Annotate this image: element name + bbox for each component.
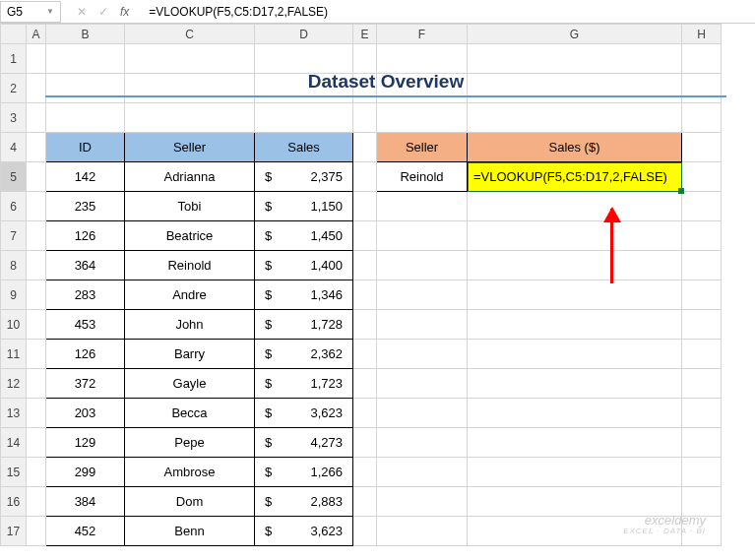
sales-cell[interactable]: $1,346 xyxy=(255,280,353,310)
cell[interactable] xyxy=(377,517,468,546)
row-header[interactable]: 12 xyxy=(1,369,27,399)
id-cell[interactable]: 126 xyxy=(46,221,125,251)
row-header[interactable]: 15 xyxy=(1,458,27,487)
row-header[interactable]: 9 xyxy=(1,280,27,310)
cell[interactable] xyxy=(377,458,468,487)
cell[interactable] xyxy=(377,221,468,251)
row-header[interactable]: 3 xyxy=(1,103,27,133)
cell[interactable] xyxy=(468,428,682,458)
row-header[interactable]: 2 xyxy=(1,74,27,103)
cell[interactable] xyxy=(27,162,46,192)
cell[interactable] xyxy=(682,221,722,251)
seller-cell[interactable]: Pepe xyxy=(125,428,255,458)
cell[interactable] xyxy=(468,369,682,399)
row-header[interactable]: 4 xyxy=(1,133,27,162)
cell[interactable] xyxy=(353,428,377,458)
cell[interactable] xyxy=(468,340,682,369)
seller-cell[interactable]: Beatrice xyxy=(125,221,255,251)
cell[interactable] xyxy=(27,487,46,517)
cell[interactable] xyxy=(353,162,377,192)
cell[interactable] xyxy=(353,221,377,251)
cancel-icon[interactable]: ✕ xyxy=(77,5,87,19)
cell[interactable] xyxy=(27,310,46,340)
col-header-F[interactable]: F xyxy=(377,25,468,44)
id-cell[interactable]: 299 xyxy=(46,458,125,487)
cell[interactable] xyxy=(682,133,722,162)
col-header-E[interactable]: E xyxy=(353,25,377,44)
cell[interactable] xyxy=(353,458,377,487)
seller-cell[interactable]: Barry xyxy=(125,340,255,369)
seller-cell[interactable]: Becca xyxy=(125,399,255,428)
cell[interactable] xyxy=(353,517,377,546)
cell[interactable] xyxy=(468,517,682,546)
cell[interactable] xyxy=(468,44,682,74)
row-header[interactable]: 6 xyxy=(1,192,27,221)
cell[interactable] xyxy=(353,340,377,369)
row-header[interactable]: 13 xyxy=(1,399,27,428)
cell[interactable] xyxy=(377,399,468,428)
id-cell[interactable]: 142 xyxy=(46,162,125,192)
cell[interactable] xyxy=(46,44,125,74)
cell[interactable] xyxy=(377,44,468,74)
cell[interactable] xyxy=(377,103,468,133)
cell[interactable] xyxy=(377,192,468,221)
active-cell[interactable]: =VLOOKUP(F5,C5:D17,2,FALSE) xyxy=(468,162,682,192)
cell[interactable] xyxy=(468,103,682,133)
id-cell[interactable]: 372 xyxy=(46,369,125,399)
cell[interactable] xyxy=(27,399,46,428)
cell[interactable] xyxy=(125,44,255,74)
cell[interactable] xyxy=(377,310,468,340)
cell[interactable] xyxy=(27,103,46,133)
cell[interactable] xyxy=(353,280,377,310)
cell[interactable] xyxy=(682,399,722,428)
col-header-D[interactable]: D xyxy=(255,25,353,44)
cell[interactable] xyxy=(468,280,682,310)
id-cell[interactable]: 235 xyxy=(46,192,125,221)
cell[interactable] xyxy=(682,192,722,221)
cell[interactable] xyxy=(255,44,353,74)
id-cell[interactable]: 364 xyxy=(46,251,125,280)
cell[interactable] xyxy=(46,103,125,133)
select-all-corner[interactable] xyxy=(1,25,27,44)
fx-icon[interactable]: fx xyxy=(120,5,129,19)
cell[interactable] xyxy=(468,192,682,221)
cell[interactable] xyxy=(27,340,46,369)
lookup-header-seller[interactable]: Seller xyxy=(377,133,468,162)
row-header[interactable]: 14 xyxy=(1,428,27,458)
col-header-B[interactable]: B xyxy=(46,25,125,44)
col-header-A[interactable]: A xyxy=(27,25,46,44)
header-sales[interactable]: Sales xyxy=(255,133,353,162)
cell[interactable] xyxy=(353,487,377,517)
seller-cell[interactable]: Dom xyxy=(125,487,255,517)
cell[interactable] xyxy=(682,162,722,192)
cell[interactable] xyxy=(682,487,722,517)
check-icon[interactable]: ✓ xyxy=(98,5,108,19)
cell[interactable] xyxy=(353,251,377,280)
sales-cell[interactable]: $2,362 xyxy=(255,340,353,369)
col-header-G[interactable]: G xyxy=(468,25,682,44)
id-cell[interactable]: 453 xyxy=(46,310,125,340)
cell[interactable] xyxy=(377,340,468,369)
seller-cell[interactable]: Andre xyxy=(125,280,255,310)
id-cell[interactable]: 129 xyxy=(46,428,125,458)
header-seller[interactable]: Seller xyxy=(125,133,255,162)
row-header[interactable]: 10 xyxy=(1,310,27,340)
sales-cell[interactable]: $1,266 xyxy=(255,458,353,487)
sales-cell[interactable]: $1,150 xyxy=(255,192,353,221)
cell[interactable] xyxy=(682,280,722,310)
chevron-down-icon[interactable]: ▼ xyxy=(46,7,54,16)
cell[interactable] xyxy=(377,369,468,399)
sales-cell[interactable]: $4,273 xyxy=(255,428,353,458)
id-cell[interactable]: 203 xyxy=(46,399,125,428)
cell[interactable] xyxy=(468,221,682,251)
sales-cell[interactable]: $3,623 xyxy=(255,517,353,546)
cell[interactable] xyxy=(682,428,722,458)
cell[interactable] xyxy=(468,251,682,280)
cell[interactable] xyxy=(353,192,377,221)
grid[interactable]: A B C D E F G H 1234IDSellerSalesSellerS… xyxy=(0,24,722,546)
cell[interactable] xyxy=(353,399,377,428)
seller-cell[interactable]: John xyxy=(125,310,255,340)
id-cell[interactable]: 126 xyxy=(46,340,125,369)
cell[interactable] xyxy=(468,310,682,340)
sales-cell[interactable]: $3,623 xyxy=(255,399,353,428)
